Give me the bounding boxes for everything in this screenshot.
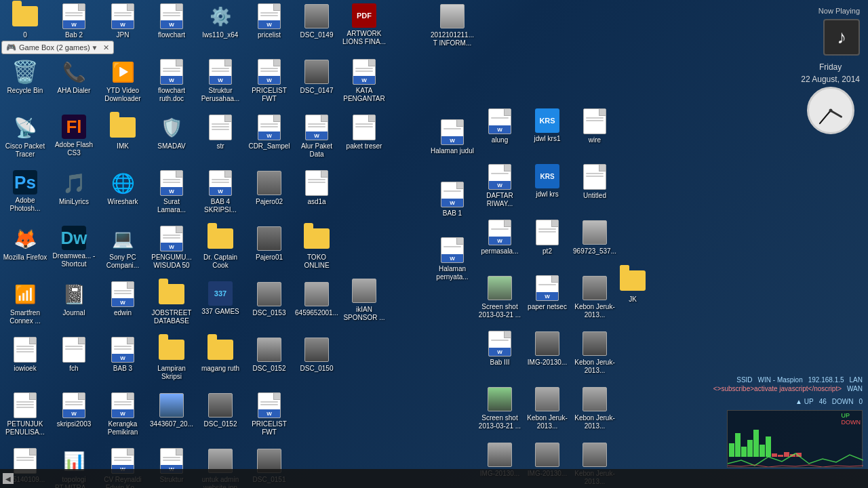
icon-imk[interactable]: IMK [98,112,147,166]
icon-fch[interactable]: fch [50,334,98,388]
icon-kata-pengantar[interactable]: W KATA PENGANTAR [340,56,389,110]
icon-column-1: 0 🗑️ Recycle Bin 📡 Cisco Packet Tracer P… [0,0,50,488]
icon-cisco-packet-tracer[interactable]: 📡 Cisco Packet Tracer [1,112,50,166]
ip-value: 192.168.1.5 [808,376,844,384]
icon-wireshark[interactable]: 🌐 Wireshark [98,167,147,222]
taskbar: ◀ [0,469,868,488]
icon-adobe-flash-cs3[interactable]: Fl Adobe Flash CS3 [50,112,98,166]
icon-sony-pc[interactable]: 💻 Sony PC Compani... [98,223,147,277]
icon-iowioek[interactable]: iowioek [1,334,50,388]
icon-smadav[interactable]: 🛡️ SMADAV [147,112,196,166]
icon-daftar-riwayat[interactable]: W DAFTAR RIWAY... [475,161,524,216]
icon-cdr-sampel[interactable]: W CDR_Sampel [245,112,294,166]
wan-label: WAN [847,385,863,392]
icon-halaman-pernyataan[interactable]: W Halaman pernyata... [428,235,477,289]
icon-dsc0152-3[interactable]: DSC_0152 [245,334,294,388]
icon-column-3: W JPN ▶️ YTD Video Downloader IMK 🌐 Wire… [98,0,148,488]
icon-jdwl-krs[interactable]: KRS jdwl krs [523,161,572,216]
icon-969723[interactable]: 969723_537... [570,217,619,271]
icon-bab1[interactable]: W BAB 1 [428,179,477,233]
icon-pajero01[interactable]: Pajero01 [245,223,294,277]
gamebox-toolbar[interactable]: 🎮 Game Box (2 games) ▼ ✕ [1,41,114,54]
icon-screen-shot-march2[interactable]: Screen shot 2013-03-21 ... [475,384,524,438]
icon-flowchart[interactable]: W flowchart [147,1,196,55]
traffic-up-label: ▲ UP [795,398,814,405]
icon-mini-lyrics[interactable]: 🎵 MiniLyrics [50,167,98,222]
icon-artwork-lions[interactable]: PDF ARTWORK LIONS FINA... [340,1,389,55]
icon-paket-treser[interactable]: paket treser [340,112,389,166]
icon-lws110-x64[interactable]: ⚙️ lws110_x64 [196,1,245,55]
icon-bab4-skripsi[interactable]: W BAB 4 SKRIPSI... [196,167,245,222]
icon-struktur-perusahaan[interactable]: W Struktur Perusahaa... [196,56,245,110]
icon-lampiran-skripsi[interactable]: Lampiran Skripsi [147,334,196,388]
icon-3443607[interactable]: 3443607_20... [147,390,196,444]
icon-kebon-jeruk5[interactable]: Kebon Jeruk-2013... [570,384,619,438]
icon-pricelist-fwt2[interactable]: W PRICELIST FWT [245,390,294,444]
icon-dsc0147[interactable]: DSC_0147 [292,56,341,110]
icon-kerangka-pemikiran[interactable]: W Kerangka Pemikiran [98,390,147,444]
clock-face [807,87,854,134]
icon-surat-lamaran[interactable]: W Surat Lamara... [147,167,196,222]
icon-dsc0149[interactable]: DSC_0149 [292,1,341,55]
icon-pajero02[interactable]: Pajero02 [245,167,294,222]
traffic-up-value: 46 [819,398,827,405]
gamebox-close-button[interactable]: ✕ [103,43,109,52]
icon-permasalahan[interactable]: W permasala... [475,217,524,271]
icon-column-5: ⚙️ lws110_x64 W Struktur Perusahaa... st… [195,0,245,488]
icon-alung[interactable]: W alung [475,106,524,160]
icon-toko-online[interactable]: TOKO ONLINE [292,223,341,277]
icon-bab3[interactable]: W BAB 3 [98,334,147,388]
icon-bab3-alt[interactable]: W Bab III [475,328,524,382]
icon-pricelist-fwt[interactable]: W PRICELIST FWT [245,56,294,110]
icon-ytd-video-downloader[interactable]: ▶️ YTD Video Downloader [98,56,147,110]
icon-jobstreet-database[interactable]: JOBSTREET DATABASE [147,279,196,333]
icon-flowchart-ruth[interactable]: W flowchart ruth.doc [147,56,196,110]
clock-widget: Friday 22 August, 2014 [801,62,860,134]
icon-kebon-jeruk1[interactable]: Kebon Jeruk-2013... [523,384,572,438]
icon-dsc0150[interactable]: DSC_0150 [292,334,341,388]
icon-337-games[interactable]: 337 337 GAMES [196,279,245,333]
icon-img-20130-c[interactable]: IMG-20130... [523,328,572,382]
icon-jk[interactable]: JK [608,265,657,319]
gamebox-arrow-icon[interactable]: ▼ [92,44,98,52]
icon-str[interactable]: str [196,112,245,166]
icon-mozilla-firefox[interactable]: 🦊 Mozilla Firefox [1,223,50,277]
icon-dsc0153[interactable]: DSC_0153 [245,279,294,333]
icon-dsc0152-2[interactable]: DSC_0152 [196,390,245,444]
icon-journal[interactable]: 📓 Journal [50,279,98,333]
icon-iklan-sponsor[interactable]: ikIAN SPONSOR ... [340,275,389,329]
icon-adobe-photoshop[interactable]: Ps Adobe Photosh... [1,167,50,222]
icon-edwin[interactable]: W edwin [98,279,147,333]
icon-column-r1: 2012101211... T INFORM... W Halaman judu… [427,0,477,289]
icon-pengumuman-wisuda[interactable]: W PENGUMU... WISUDA 50 [147,223,196,277]
icon-column-7: DSC_0149 DSC_0147 W Alur Paket Data asd1… [292,0,342,389]
icon-halaman-judul[interactable]: W Halaman judul [428,117,477,178]
icon-64596[interactable]: 6459652001... [292,279,341,333]
icon-skripsi2003[interactable]: W skripsi2003 [50,390,98,444]
ssid-value: WIN - Maspion [758,376,803,384]
icon-smartfren-connex[interactable]: 📶 Smartfren Connex ... [1,279,50,333]
icon-aha-dialer[interactable]: 📞 AHA Dialer [50,56,98,110]
desktop: 🎮 Game Box (2 games) ▼ ✕ 0 🗑️ Recycle Bi… [0,0,868,488]
icon-20121012[interactable]: 2012101211... T INFORM... [428,1,477,62]
icon-dr-captain-cook[interactable]: Dr. Captain Cook [196,223,245,277]
icon-screen-shot-march[interactable]: Screen shot 2013-03-21 ... [475,272,524,327]
icon-pricelist[interactable]: W pricelist [245,1,294,55]
clock-day: Friday [819,62,842,72]
icon-recycle-bin[interactable]: 🗑️ Recycle Bin [1,56,50,110]
network-info: SSID WIN - Maspion 192.168.1.5 LAN <>sub… [713,376,863,407]
icon-magang-ruth[interactable]: magang ruth [196,334,245,388]
icon-dreamweaver[interactable]: Dw Dreamwea... - Shortcut [50,223,98,277]
icon-jdwl-krs1[interactable]: KRS jdwl krs1 [523,106,572,160]
icon-pt2[interactable]: pt2 [523,217,572,271]
icon-untitled[interactable]: Untitled [570,161,619,216]
icon-asd1a[interactable]: asd1a [292,167,341,222]
music-player[interactable]: ♪ [823,19,860,56]
icon-wire[interactable]: wire [570,106,619,160]
icon-paper-netsec[interactable]: W paper netsec [523,272,572,327]
icon-kebon-jeruk4[interactable]: Kebon Jeruk-2013... [570,328,619,382]
taskbar-collapse-button[interactable]: ◀ [3,473,14,484]
icon-alur-paket-data[interactable]: W Alur Paket Data [292,112,341,166]
clock-center-dot [829,109,832,113]
icon-petunjuk-penulisan[interactable]: PETUNJUK PENULISA... [1,390,50,444]
